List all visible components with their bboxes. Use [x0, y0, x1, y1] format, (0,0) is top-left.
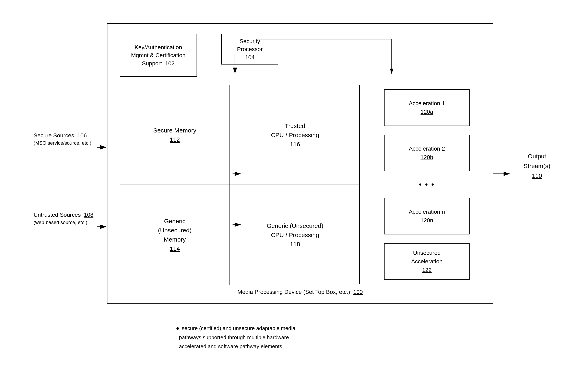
trusted-cpu-ref: 116: [290, 141, 300, 148]
key-auth-box: Key/AuthenticationMgmnt & CertificationS…: [120, 34, 197, 77]
generic-memory-box: Generic(Unsecured)Memory114: [120, 185, 230, 285]
security-proc-ref: 104: [245, 54, 255, 60]
accel1-label: Acceleration 1120a: [409, 99, 445, 116]
accel2-ref: 120b: [420, 154, 433, 160]
trusted-cpu-label: TrustedCPU / Processing116: [271, 121, 319, 149]
untrusted-sources-label: Untrusted Sources 108: [33, 210, 93, 220]
key-auth-ref: 102: [165, 60, 175, 66]
main-device-ref: 100: [353, 289, 363, 295]
bottom-note: ● secure (certified) and unsecure adapta…: [176, 324, 295, 351]
main-device-text: Media Processing Device (Set Top Box, et…: [237, 289, 363, 295]
secure-sources-area: Secure Sources 106 (MSO service/source, …: [33, 131, 91, 146]
accel1-ref: 120a: [420, 109, 433, 115]
output-streams-area: OutputStream(s)110: [524, 151, 550, 181]
secure-sources-label: Secure Sources 106: [33, 131, 91, 140]
generic-memory-label: Generic(Unsecured)Memory114: [158, 216, 191, 253]
secure-memory-ref: 112: [170, 136, 180, 143]
unsecured-accel-label: UnsecuredAcceleration122: [411, 249, 442, 274]
accel2-label: Acceleration 2120b: [409, 145, 445, 162]
trusted-cpu-box: TrustedCPU / Processing116: [230, 85, 360, 185]
generic-cpu-label: Generic (Unsecured)CPU / Processing118: [267, 221, 323, 249]
accel1-box: Acceleration 1120a: [384, 89, 470, 126]
untrusted-sources-area: Untrusted Sources 108 (web-based source,…: [33, 210, 93, 225]
unsecured-accel-ref: 122: [422, 267, 432, 273]
generic-cpu-ref: 118: [290, 241, 300, 247]
main-device-label: Media Processing Device (Set Top Box, et…: [107, 289, 493, 295]
generic-memory-ref: 114: [170, 245, 180, 252]
output-streams-ref: 110: [532, 172, 542, 179]
output-streams-label: OutputStream(s)110: [524, 151, 550, 181]
secure-memory-label: Secure Memory112: [153, 126, 196, 144]
secure-sources-sublabel: (MSO service/source, etc.): [33, 140, 91, 146]
untrusted-sources-ref: 108: [84, 212, 93, 218]
dots: • • •: [419, 180, 435, 189]
accel-column: Acceleration 1120a Acceleration 2120b • …: [376, 85, 478, 284]
inner-processing-box: Secure Memory112 Generic(Unsecured)Memor…: [120, 85, 360, 284]
secure-memory-box: Secure Memory112: [120, 85, 230, 185]
key-auth-label: Key/AuthenticationMgmnt & CertificationS…: [131, 43, 186, 67]
secure-sources-ref: 106: [77, 132, 87, 138]
generic-cpu-box: Generic (Unsecured)CPU / Processing118: [230, 185, 360, 285]
bullet-icon: ●: [176, 325, 179, 331]
acceln-label: Acceleration n120n: [409, 208, 445, 225]
security-proc-label: SecurityProcessor104: [237, 37, 263, 61]
accel2-box: Acceleration 2120b: [384, 135, 470, 171]
main-device-box: Key/AuthenticationMgmnt & CertificationS…: [107, 23, 494, 304]
acceln-ref: 120n: [420, 217, 433, 223]
unsecured-accel-box: UnsecuredAcceleration122: [384, 243, 470, 280]
bullet-text: secure (certified) and unsecure adaptabl…: [176, 325, 295, 349]
acceln-box: Acceleration n120n: [384, 198, 470, 234]
security-proc-box: SecurityProcessor104: [221, 34, 278, 64]
untrusted-sources-sublabel: (web-based source, etc.): [33, 220, 93, 225]
